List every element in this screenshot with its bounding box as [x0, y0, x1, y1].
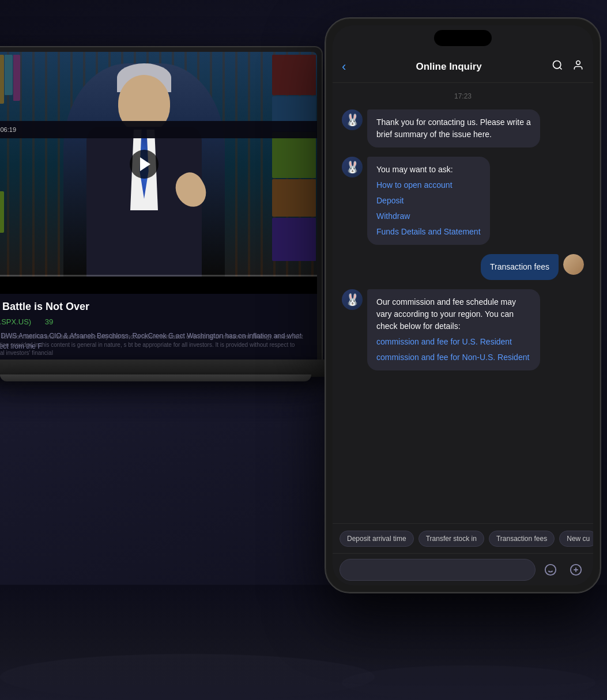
book-5	[5, 55, 13, 95]
book-r5	[272, 218, 316, 261]
svg-line-1	[560, 67, 562, 70]
message-row-bot-2: 🐰 You may want to ask: How to open accou…	[342, 157, 584, 245]
play-button[interactable]	[130, 150, 159, 179]
chat-input-bar	[333, 553, 593, 585]
link-deposit[interactable]: Deposit	[376, 195, 481, 207]
message-row-user: Transaction fees	[342, 254, 584, 280]
message-bubble-bot-1: Thank you for contacting us. Please writ…	[367, 109, 540, 147]
message-bubble-user: Transaction fees	[481, 254, 559, 280]
svg-point-3	[545, 564, 556, 574]
link-commission-nonus[interactable]: commission and fee for Non-U.S. Resident	[376, 351, 531, 364]
emoji-button[interactable]	[540, 559, 561, 580]
ticker-value: 39	[45, 317, 53, 326]
search-icon[interactable]	[552, 59, 563, 74]
video-content-area: tion Battle is Not Over ndex(.SPX.US) 39…	[0, 294, 317, 363]
chat-messages-container[interactable]: 17:23 🐰 Thank you for contacting us. Ple…	[333, 83, 593, 516]
play-icon	[140, 157, 150, 171]
status-bar	[333, 25, 593, 51]
message-text-bot-3: Our commission and fee schedule may vary…	[376, 297, 516, 331]
books-left-shelf	[0, 52, 23, 277]
book-r1	[272, 55, 316, 95]
chat-header: ‹ Online Inquiry	[333, 51, 593, 83]
laptop-screen: 0:00 / 06:19 tion Battle is Not Over nde…	[0, 52, 317, 363]
book-4	[0, 55, 4, 104]
bot-avatar-3: 🐰	[342, 289, 363, 310]
add-button[interactable]	[565, 559, 586, 580]
phone: ‹ Online Inquiry	[325, 17, 601, 593]
books-right-shelf	[271, 52, 317, 277]
book-r4	[272, 179, 316, 217]
quick-reply-transfer-stock[interactable]: Transfer stock in	[419, 531, 484, 547]
bot-avatar-1: 🐰	[342, 109, 363, 130]
ticker-bar: ndex(.SPX.US) 39	[0, 317, 308, 326]
laptop: 0:00 / 06:19 tion Battle is Not Over nde…	[0, 46, 346, 565]
quick-reply-deposit-arrival[interactable]: Deposit arrival time	[340, 531, 414, 547]
phone-reflection	[342, 665, 595, 700]
message-row-bot-1: 🐰 Thank you for contacting us. Please wr…	[342, 109, 584, 147]
laptop-bezel: 0:00 / 06:19 tion Battle is Not Over nde…	[0, 46, 323, 369]
laptop-reflection	[0, 654, 375, 700]
book-6	[13, 55, 20, 101]
video-progress-bar[interactable]	[0, 275, 317, 277]
video-area[interactable]	[0, 52, 317, 277]
user-avatar	[563, 254, 584, 275]
message-bubble-bot-2: You may want to ask: How to open account…	[367, 157, 490, 245]
laptop-foot	[0, 374, 311, 381]
svg-point-0	[553, 61, 561, 69]
phone-body: ‹ Online Inquiry	[325, 17, 601, 593]
chat-title: Online Inquiry	[416, 61, 482, 73]
profile-icon[interactable]	[572, 59, 584, 74]
back-button[interactable]: ‹	[342, 59, 346, 74]
message-bubble-bot-3: Our commission and fee schedule may vary…	[367, 289, 540, 370]
quick-reply-transaction-fees[interactable]: Transaction fees	[489, 531, 555, 547]
video-title: tion Battle is Not Over	[0, 301, 308, 313]
message-text-user: Transaction fees	[490, 262, 549, 271]
link-commission-us[interactable]: commission and fee for U.S. Resident	[376, 336, 531, 348]
quick-reply-new-cu[interactable]: New cu	[559, 531, 593, 547]
message-text-bot-1: Thank you for contacting us. Please writ…	[376, 118, 531, 139]
svg-point-2	[576, 61, 580, 65]
phone-screen: ‹ Online Inquiry	[333, 25, 593, 585]
link-funds-details[interactable]: Funds Details and Statement	[376, 226, 481, 238]
book-r3	[272, 132, 316, 178]
video-time-total: 06:19	[0, 126, 16, 133]
book-10	[0, 191, 4, 233]
ticker-symbol: ndex(.SPX.US)	[0, 317, 31, 326]
chat-text-input[interactable]	[340, 559, 536, 581]
video-controls[interactable]: 0:00 / 06:19	[0, 121, 317, 138]
video-disclaimer: tation is for informational and educatio…	[0, 333, 308, 357]
chat-timestamp: 17:23	[342, 92, 584, 100]
link-how-to-open[interactable]: How to open account	[376, 179, 481, 191]
header-icons	[552, 59, 584, 74]
link-withdraw[interactable]: Withdraw	[376, 210, 481, 222]
quick-replies-bar: Deposit arrival time Transfer stock in T…	[333, 523, 593, 553]
message-row-bot-3: 🐰 Our commission and fee schedule may va…	[342, 289, 584, 370]
bot-avatar-2: 🐰	[342, 157, 363, 177]
message-text-bot-2: You may want to ask:	[376, 165, 453, 174]
dynamic-island	[434, 30, 492, 46]
user-avatar-img	[563, 254, 584, 275]
